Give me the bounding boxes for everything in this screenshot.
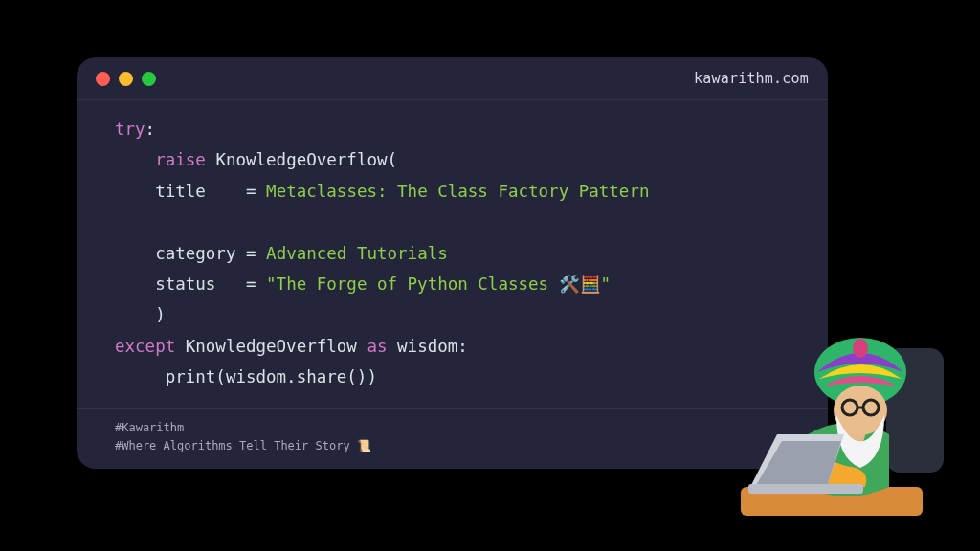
footer-tag-2: #Where Algorithms Tell Their Story 📜 — [115, 437, 790, 455]
mascot-illustration — [741, 320, 951, 520]
svg-point-4 — [853, 339, 868, 358]
except-class: KnowledgeOverflow — [186, 337, 357, 356]
param-status: status — [155, 275, 215, 294]
param-title: title — [155, 182, 206, 201]
param-category: category — [155, 244, 235, 263]
svg-rect-9 — [748, 484, 863, 494]
footer: #Kawarithm #Where Algorithms Tell Their … — [77, 408, 828, 469]
code-block: try: raise KnowledgeOverflow( title = Me… — [77, 100, 828, 408]
print-line: print(wisdom.share()) — [166, 367, 377, 386]
close-icon[interactable] — [96, 72, 110, 86]
kw-except: except — [115, 337, 175, 356]
kw-raise: raise — [155, 150, 206, 169]
value-status: "The Forge of Python Classes 🛠️🧮" — [266, 275, 611, 294]
site-label: kawarithm.com — [694, 70, 809, 87]
code-window: kawarithm.com try: raise KnowledgeOverfl… — [77, 57, 828, 469]
minimize-icon[interactable] — [119, 72, 133, 86]
footer-tag-1: #Kawarithm — [115, 419, 790, 437]
window-titlebar: kawarithm.com — [77, 57, 828, 100]
value-category: Advanced Tutorials — [266, 244, 448, 263]
kw-try: try — [115, 120, 145, 139]
window-controls — [96, 72, 156, 86]
class-name: KnowledgeOverflow — [215, 150, 387, 169]
maximize-icon[interactable] — [142, 72, 156, 86]
var-wisdom: wisdom — [397, 337, 457, 356]
value-title: Metaclasses: The Class Factory Pattern — [266, 182, 649, 201]
kw-as: as — [367, 337, 387, 356]
